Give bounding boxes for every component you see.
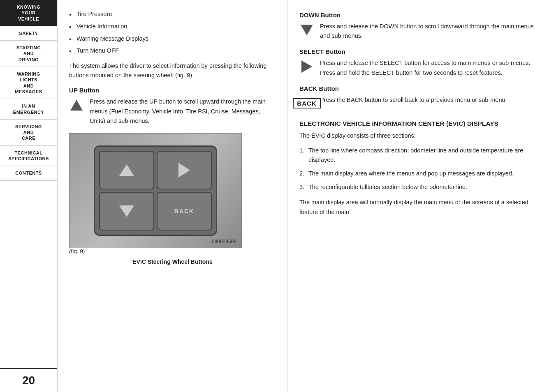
right-column: DOWN Button Press and release the DOWN b… bbox=[288, 0, 556, 392]
back-button-heading: BACK Button bbox=[299, 85, 544, 92]
sidebar-item-technical-specifications[interactable]: TECHNICAL SPECIFICATIONS bbox=[0, 146, 57, 166]
down-button-text: Press and release the DOWN button to scr… bbox=[320, 22, 544, 41]
sidebar-item-label: SERVICING AND CARE bbox=[15, 124, 42, 141]
up-button-section: UP Button Press and release the UP butto… bbox=[69, 87, 276, 126]
page-number: 20 bbox=[0, 368, 57, 392]
sidebar-item-label: SAFETY bbox=[19, 31, 38, 36]
evic-heading: ELECTRONIC VEHICLE INFORMATION CENTER (E… bbox=[299, 119, 544, 128]
sidebar-item-label: TECHNICAL SPECIFICATIONS bbox=[8, 150, 49, 161]
bullet-list: Tire Pressure Vehicle Information Warnin… bbox=[69, 10, 276, 55]
evic-intro: The EVIC display consists of three secti… bbox=[299, 131, 544, 141]
evic-list-item-3: The reconfigurable telltales section bel… bbox=[308, 184, 467, 190]
figure-area: BACK 040909599 (fig. 9) EVIC Steering Wh… bbox=[69, 133, 276, 265]
select-button-desc: Press and release the SELECT button for … bbox=[299, 58, 544, 77]
list-item: 3. The reconfigurable telltales section … bbox=[299, 182, 544, 192]
evic-section: ELECTRONIC VEHICLE INFORMATION CENTER (E… bbox=[299, 119, 544, 217]
figure-image: BACK 040909599 bbox=[69, 133, 242, 248]
triangle-right-shape bbox=[301, 60, 312, 73]
fig-ref: (fig. 9) bbox=[69, 248, 276, 254]
down-button-desc: Press and release the DOWN button to scr… bbox=[299, 22, 544, 41]
figure-number: 040909599 bbox=[212, 239, 236, 244]
sidebar-item-label: STARTING AND DRIVING bbox=[16, 45, 41, 62]
up-button-text: Press and release the UP button to scrol… bbox=[90, 97, 276, 126]
sidebar-item-knowing-your-vehicle[interactable]: KNOWING YOUR VEHICLE bbox=[0, 0, 57, 26]
main-content: Tire Pressure Vehicle Information Warnin… bbox=[58, 0, 556, 392]
sidebar-item-safety[interactable]: SAFETY bbox=[0, 26, 57, 41]
sidebar-item-contents[interactable]: CONTENTS bbox=[0, 166, 57, 180]
right-arrow-icon bbox=[299, 59, 314, 74]
sidebar-item-label: WARNING LIGHTS AND MESSAGES bbox=[15, 71, 42, 94]
list-item: Turn Menu OFF bbox=[69, 46, 276, 55]
sidebar-item-label: CONTENTS bbox=[15, 171, 42, 175]
down-button-heading: DOWN Button bbox=[299, 12, 544, 18]
up-button-heading: UP Button bbox=[69, 87, 276, 94]
intro-text: The system allows the driver to select i… bbox=[69, 61, 276, 80]
figure-caption-label: EVIC Steering Wheel Buttons bbox=[69, 258, 276, 265]
select-button-heading: SELECT Button bbox=[299, 48, 544, 55]
back-button-desc: BACK Press the BACK button to scroll bac… bbox=[299, 95, 544, 111]
back-icon-label: BACK bbox=[293, 98, 320, 108]
up-button-desc: Press and release the UP button to scrol… bbox=[69, 97, 276, 126]
evic-list-item-1: The top line where compass direction, od… bbox=[308, 147, 523, 163]
sidebar-item-servicing-and-care[interactable]: SERVICING AND CARE bbox=[0, 120, 57, 146]
select-button-text: Press and release the SELECT button for … bbox=[320, 58, 544, 77]
sidebar-item-label: KNOWING YOUR VEHICLE bbox=[17, 5, 41, 21]
triangle-up-shape bbox=[70, 100, 83, 111]
sidebar-item-in-an-emergency[interactable]: IN AN EMERGENCY bbox=[0, 99, 57, 120]
back-icon: BACK bbox=[299, 96, 314, 111]
list-item: Vehicle Information bbox=[69, 22, 276, 31]
back-button-text: Press the BACK button to scroll back to … bbox=[320, 95, 544, 105]
triangle-down-shape bbox=[301, 25, 313, 35]
evic-list: 1. The top line where compass direction,… bbox=[299, 146, 544, 192]
down-button-section: DOWN Button Press and release the DOWN b… bbox=[299, 12, 544, 41]
list-item: 1. The top line where compass direction,… bbox=[299, 146, 544, 165]
down-arrow-icon bbox=[299, 23, 314, 37]
list-item: Tire Pressure bbox=[69, 10, 276, 19]
evic-list-item-2: The main display area where the menus an… bbox=[308, 170, 514, 177]
back-button-section: BACK Button BACK Press the BACK button t… bbox=[299, 85, 544, 111]
sidebar-item-starting-and-driving[interactable]: STARTING AND DRIVING bbox=[0, 41, 57, 67]
page-number-text: 20 bbox=[22, 374, 35, 387]
sidebar: KNOWING YOUR VEHICLE SAFETY STARTING AND… bbox=[0, 0, 58, 392]
select-button-section: SELECT Button Press and release the SELE… bbox=[299, 48, 544, 77]
sidebar-item-label: IN AN EMERGENCY bbox=[13, 104, 44, 114]
list-item: 2. The main display area where the menus… bbox=[299, 169, 544, 178]
left-column: Tire Pressure Vehicle Information Warnin… bbox=[58, 0, 288, 392]
list-item: Warning Message Displays bbox=[69, 35, 276, 44]
sidebar-item-warning-lights-and-messages[interactable]: WARNING LIGHTS AND MESSAGES bbox=[0, 67, 57, 99]
up-arrow-icon bbox=[69, 98, 84, 113]
evic-footer: The main display area will normally disp… bbox=[299, 198, 544, 217]
